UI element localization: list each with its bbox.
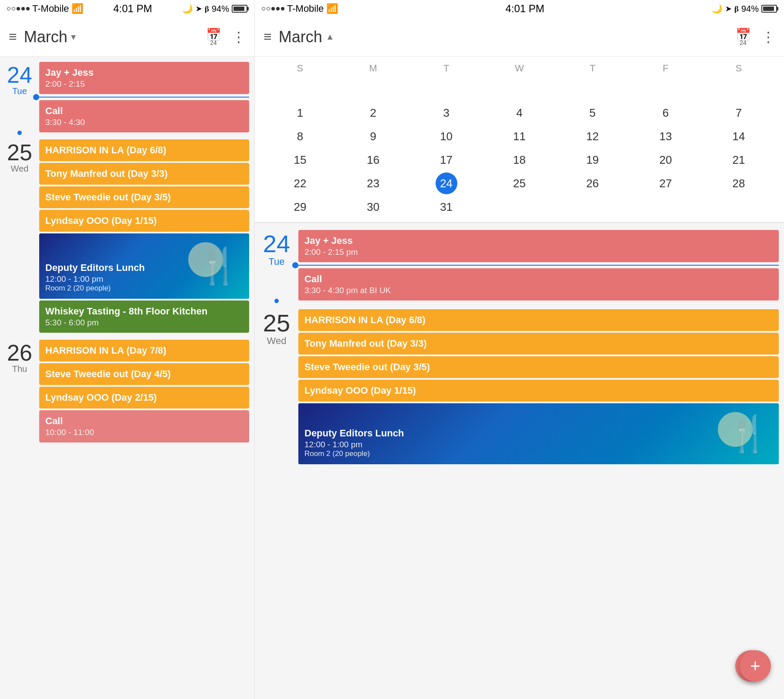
- today-dot: [17, 131, 22, 135]
- cal-day-2[interactable]: 2: [362, 102, 384, 124]
- event-time: 12:00 - 1:00 pm: [45, 274, 145, 284]
- dow-s1: S: [264, 61, 337, 76]
- cal-day-3[interactable]: 3: [436, 102, 457, 124]
- day-label-25: 25 Wed: [0, 139, 39, 333]
- fork-knife-icon: 🍴: [197, 246, 240, 287]
- cal-day-23[interactable]: 23: [362, 172, 384, 194]
- cal-day-13[interactable]: 13: [655, 125, 676, 147]
- event-time: 3:30 - 4:30: [45, 118, 243, 127]
- right-cal-date: 24: [740, 39, 747, 46]
- right-status-bar: T-Mobile 📶 4:01 PM 🌙 ➤ 𝛃 94%: [255, 0, 784, 17]
- cal-day-25[interactable]: 25: [508, 172, 530, 194]
- more-options-button[interactable]: ⋮: [232, 29, 246, 45]
- right-month-arrow: ▲: [326, 32, 335, 42]
- event-steve-25[interactable]: Steve Tweedie out (Day 3/5): [39, 186, 249, 208]
- right-event-tony-25[interactable]: Tony Manfred out (Day 3/3): [298, 333, 779, 355]
- cal-day-27[interactable]: 27: [655, 172, 676, 194]
- event-tony-25[interactable]: Tony Manfred out (Day 3/3): [39, 163, 249, 185]
- cal-day-29[interactable]: 29: [289, 196, 311, 218]
- time-line-right: [295, 265, 779, 266]
- right-event-lyndsay-25[interactable]: Lyndsay OOO (Day 1/15): [298, 380, 779, 402]
- cal-day-4[interactable]: 4: [508, 102, 530, 124]
- event-subtitle: Room 2 (20 people): [45, 284, 145, 293]
- right-more-options[interactable]: ⋮: [761, 29, 775, 45]
- calendar-grid: 1 2 3 4 5 6 7 8 9 10 11 12 13 14 15 16 1…: [264, 78, 775, 218]
- cal-day-28[interactable]: 28: [728, 172, 750, 194]
- cal-cell-empty: [508, 78, 530, 100]
- cal-day-14[interactable]: 14: [728, 125, 750, 147]
- right-event-deputy-lunch[interactable]: 🍴 Deputy Editors Lunch 12:00 - 1:00 pm R…: [298, 403, 779, 464]
- event-title: Call: [45, 105, 243, 117]
- cal-day-24-today[interactable]: 24: [436, 172, 457, 194]
- hamburger-button-right[interactable]: ≡: [264, 29, 272, 45]
- time-dot-right: [292, 262, 298, 268]
- month-title[interactable]: March ▾: [24, 28, 76, 46]
- cal-day-19[interactable]: 19: [581, 149, 603, 171]
- event-title: Whiskey Tasting - 8th Floor Kitchen: [45, 306, 243, 317]
- dow-s2: S: [702, 61, 775, 76]
- cal-day-10[interactable]: 10: [436, 125, 457, 147]
- right-event-call-24[interactable]: Call 3:30 - 4:30 pm at BI UK: [298, 268, 779, 301]
- right-day-number-24: 24: [263, 232, 290, 256]
- event-deputy-lunch-25[interactable]: 🍴 Deputy Editors Lunch 12:00 - 1:00 pm R…: [39, 233, 249, 299]
- cal-day-11[interactable]: 11: [508, 125, 530, 147]
- cal-day-31[interactable]: 31: [436, 196, 457, 218]
- cal-day-17[interactable]: 17: [436, 149, 457, 171]
- event-call-24[interactable]: Call 3:30 - 4:30: [39, 100, 249, 132]
- right-calendar-button[interactable]: 📅 24: [733, 27, 753, 47]
- moon-icon-right: 🌙: [712, 3, 723, 14]
- cal-day-5[interactable]: 5: [581, 102, 603, 124]
- right-time-indicator: [295, 265, 779, 266]
- battery-icon: [232, 5, 247, 13]
- cal-day-16[interactable]: 16: [362, 149, 384, 171]
- cal-cell-empty: [655, 196, 676, 218]
- event-title: Tony Manfred out (Day 3/3): [304, 338, 773, 349]
- event-harrison-25[interactable]: HARRISON IN LA (Day 6/8): [39, 139, 249, 161]
- event-call-26[interactable]: Call 10:00 - 11:00: [39, 410, 249, 442]
- cal-cell-empty: [362, 78, 384, 100]
- event-harrison-26[interactable]: HARRISON IN LA (Day 7/8): [39, 340, 249, 361]
- cal-day-21[interactable]: 21: [728, 149, 750, 171]
- right-top-bar-right: 📅 24 ⋮: [733, 27, 775, 47]
- right-event-steve-25[interactable]: Steve Tweedie out (Day 3/5): [298, 356, 779, 378]
- cal-day-20[interactable]: 20: [655, 149, 676, 171]
- cal-day-30[interactable]: 30: [362, 196, 384, 218]
- signal-dots-right: [262, 7, 284, 10]
- event-lyndsay-26[interactable]: Lyndsay OOO (Day 2/15): [39, 387, 249, 409]
- event-lyndsay-25[interactable]: Lyndsay OOO (Day 1/15): [39, 210, 249, 232]
- cal-day-26[interactable]: 26: [581, 172, 603, 194]
- cal-day-22[interactable]: 22: [289, 172, 311, 194]
- dow-w: W: [483, 61, 556, 76]
- event-title: Tony Manfred out (Day 3/3): [45, 168, 243, 179]
- battery-pct: 94%: [212, 4, 229, 14]
- right-day-section-24: 24 Tue Jay + Jess 2:00 - 2:15 pm Call: [255, 223, 784, 302]
- event-time: 10:00 - 11:00: [45, 428, 243, 437]
- event-jay-jess[interactable]: Jay + Jess 2:00 - 2:15: [39, 62, 249, 94]
- cal-day-9[interactable]: 9: [362, 125, 384, 147]
- cal-day-7[interactable]: 7: [728, 102, 750, 124]
- cal-day-1[interactable]: 1: [289, 102, 311, 124]
- event-title: Steve Tweedie out (Day 4/5): [45, 368, 243, 380]
- event-steve-26[interactable]: Steve Tweedie out (Day 4/5): [39, 363, 249, 385]
- event-title: HARRISON IN LA (Day 6/8): [304, 314, 773, 326]
- calendar-date-button[interactable]: 📅 24: [204, 27, 223, 47]
- event-info-right: Deputy Editors Lunch 12:00 - 1:00 pm Roo…: [298, 422, 410, 464]
- right-event-harrison-25[interactable]: HARRISON IN LA (Day 6/8): [298, 309, 779, 331]
- time-indicator: [36, 97, 249, 98]
- cal-day-15[interactable]: 15: [289, 149, 311, 171]
- cal-day-8[interactable]: 8: [289, 125, 311, 147]
- day-name-25: Wed: [11, 164, 29, 174]
- right-time: 4:01 PM: [505, 3, 544, 15]
- right-event-jay-jess[interactable]: Jay + Jess 2:00 - 2:15 pm: [298, 230, 779, 262]
- event-whiskey-25[interactable]: Whiskey Tasting - 8th Floor Kitchen 5:30…: [39, 301, 249, 333]
- cal-day-18[interactable]: 18: [508, 149, 530, 171]
- day-name-26: Thu: [12, 364, 27, 374]
- cal-day-6[interactable]: 6: [655, 102, 676, 124]
- right-day-name-24: Tue: [268, 256, 284, 267]
- cal-cell-empty: [289, 78, 311, 100]
- right-month-title[interactable]: March ▲: [279, 28, 335, 46]
- cal-day-12[interactable]: 12: [581, 125, 603, 147]
- hamburger-menu-button[interactable]: ≡: [9, 29, 17, 45]
- event-time: 3:30 - 4:30 pm at BI UK: [304, 286, 773, 295]
- signal-dots: [7, 7, 30, 10]
